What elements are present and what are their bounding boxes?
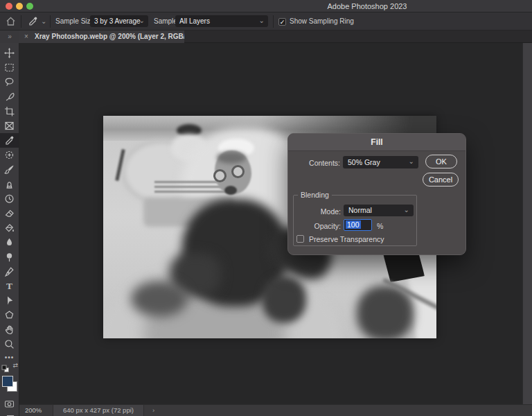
window-zoom-button[interactable] (26, 3, 33, 10)
tool-preset-chevron-icon[interactable]: ⌄ (41, 12, 46, 31)
preserve-transparency-label: Preserve Transparency (309, 235, 413, 243)
document-dimensions: 640 px x 427 px (72 ppi) (53, 405, 144, 416)
clone-stamp-tool[interactable] (0, 177, 19, 191)
home-icon[interactable] (6, 16, 16, 29)
blending-label: Blending (298, 191, 332, 199)
title-bar: Adobe Photoshop 2023 (0, 0, 532, 12)
lasso-tool[interactable] (0, 75, 19, 89)
show-sampling-ring-checkbox[interactable]: ✓ (278, 18, 286, 26)
divider (21, 15, 21, 28)
divider (273, 15, 274, 28)
pen-tool[interactable] (0, 264, 19, 279)
zoom-tool[interactable] (0, 337, 19, 352)
slice-tool[interactable] (0, 119, 19, 133)
cancel-button[interactable]: Cancel (423, 173, 459, 187)
canvas-art (262, 276, 306, 323)
blending-group: Blending Mode: Normal ⌄ Opacity: 100 % P… (293, 195, 417, 246)
vertical-scrollbar[interactable] (522, 43, 532, 404)
document-tab-bar: » × Xray Photoshop.webp @ 200% (Layer 2,… (0, 31, 532, 43)
options-bar: ⌄ Sample Size: 3 by 3 Average ⌄ Sample: … (0, 12, 532, 31)
chevron-down-icon: ⌄ (409, 155, 414, 168)
blur-tool[interactable] (0, 235, 19, 250)
sample-dropdown[interactable]: All Layers ⌄ (175, 15, 268, 27)
paint-bucket-tool[interactable] (0, 220, 19, 235)
tab-close-icon[interactable]: × (24, 31, 28, 43)
tab-title: Xray Photoshop.webp @ 200% (Layer 2, RGB… (35, 33, 184, 40)
opacity-label: Opacity: (294, 222, 341, 230)
opacity-input[interactable]: 100 (344, 219, 372, 231)
status-bar: 200% 640 px x 427 px (72 ppi) › (19, 404, 532, 416)
default-colors-row: ⇄ (1, 363, 18, 373)
ok-button[interactable]: OK (425, 155, 457, 168)
eyedropper-icon[interactable] (28, 16, 38, 29)
mode-dropdown[interactable]: Normal ⌄ (344, 205, 414, 216)
dialog-title: Fill (288, 134, 466, 151)
document-tab[interactable]: × Xray Photoshop.webp @ 200% (Layer 2, R… (19, 31, 184, 43)
toolbar-collapse-icon[interactable]: » (0, 31, 19, 43)
preserve-transparency-checkbox[interactable] (296, 235, 304, 243)
eyedropper-tool[interactable] (0, 133, 19, 148)
opacity-unit-label: % (377, 222, 391, 230)
contents-dropdown[interactable]: 50% Gray ⌄ (343, 156, 418, 168)
divider (50, 15, 51, 28)
canvas-art (224, 186, 237, 195)
brush-tool[interactable] (0, 162, 19, 177)
shape-tool[interactable] (0, 308, 19, 322)
window-minimize-button[interactable] (16, 3, 23, 10)
photoshop-window: Adobe Photoshop 2023 ⌄ Sample Size: 3 by… (0, 0, 532, 416)
hand-tool[interactable] (0, 322, 19, 337)
chevron-down-icon: ⌄ (139, 15, 145, 26)
edit-toolbar-icon[interactable]: ••• (0, 354, 19, 361)
dodge-tool[interactable] (0, 250, 19, 264)
sample-size-dropdown[interactable]: 3 by 3 Average ⌄ (90, 15, 148, 27)
zoom-level-input[interactable]: 200% (25, 405, 42, 416)
default-colors-icon[interactable] (1, 365, 10, 373)
quick-mask-icon[interactable] (4, 399, 15, 412)
tools-panel: T ••• ⇄ (0, 43, 19, 416)
marquee-tool[interactable] (0, 60, 19, 75)
canvas-art (217, 152, 246, 164)
show-sampling-ring-label: Show Sampling Ring (290, 12, 354, 31)
foreground-color-swatch[interactable] (2, 376, 13, 387)
opacity-value-selected: 100 (346, 220, 361, 229)
crop-tool[interactable] (0, 104, 19, 119)
contents-label: Contents: (288, 159, 340, 167)
canvas-art (231, 165, 245, 178)
canvas-art (213, 169, 227, 182)
swap-colors-icon[interactable]: ⇄ (12, 362, 18, 369)
chevron-down-icon: ⌄ (259, 15, 265, 26)
tools-stack: T (0, 46, 19, 352)
canvas-art (131, 281, 188, 317)
status-chevron-icon[interactable]: › (152, 405, 154, 416)
chevron-down-icon: ⌄ (404, 204, 409, 216)
object-selection-tool[interactable] (0, 89, 19, 104)
type-tool[interactable]: T (0, 279, 19, 293)
fill-dialog: Fill Contents: 50% Gray ⌄ OK Cancel Blen… (287, 133, 466, 255)
svg-text:T: T (6, 281, 12, 291)
mode-label: Mode: (294, 207, 341, 216)
window-title: Adobe Photoshop 2023 (263, 0, 471, 12)
move-tool[interactable] (0, 46, 19, 60)
eraser-tool[interactable] (0, 206, 19, 220)
healing-brush-tool[interactable] (0, 148, 19, 162)
history-brush-tool[interactable] (0, 191, 19, 206)
window-close-button[interactable] (6, 3, 12, 10)
path-selection-tool[interactable] (0, 293, 19, 308)
